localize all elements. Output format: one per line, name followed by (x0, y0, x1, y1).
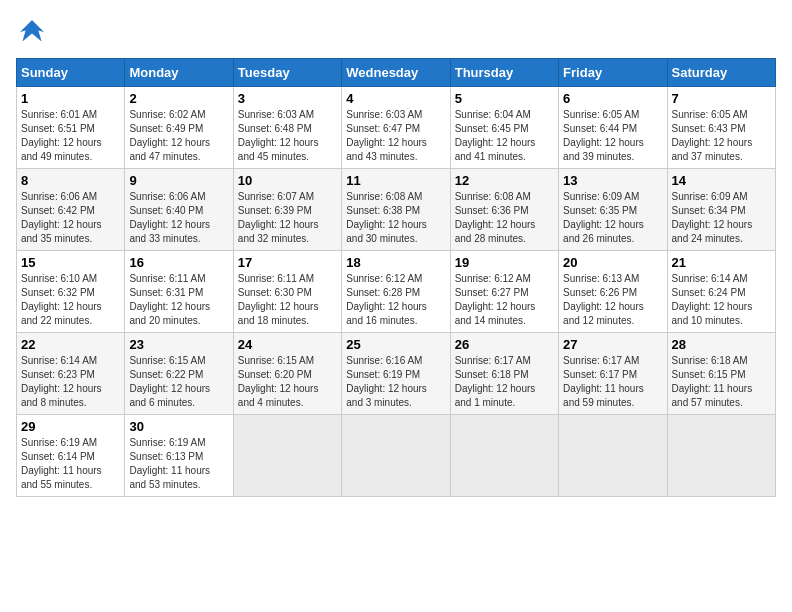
day-info: Sunrise: 6:08 AM Sunset: 6:38 PM Dayligh… (346, 190, 445, 246)
day-number: 12 (455, 173, 554, 188)
day-number: 13 (563, 173, 662, 188)
day-number: 22 (21, 337, 120, 352)
day-number: 27 (563, 337, 662, 352)
day-number: 30 (129, 419, 228, 434)
calendar-cell: 24 Sunrise: 6:15 AM Sunset: 6:20 PM Dayl… (233, 333, 341, 415)
day-number: 19 (455, 255, 554, 270)
day-info: Sunrise: 6:19 AM Sunset: 6:13 PM Dayligh… (129, 436, 228, 492)
calendar-cell (667, 415, 775, 497)
calendar-cell: 25 Sunrise: 6:16 AM Sunset: 6:19 PM Dayl… (342, 333, 450, 415)
day-number: 18 (346, 255, 445, 270)
calendar-cell: 6 Sunrise: 6:05 AM Sunset: 6:44 PM Dayli… (559, 87, 667, 169)
calendar-cell: 17 Sunrise: 6:11 AM Sunset: 6:30 PM Dayl… (233, 251, 341, 333)
calendar-cell (342, 415, 450, 497)
calendar-cell: 7 Sunrise: 6:05 AM Sunset: 6:43 PM Dayli… (667, 87, 775, 169)
calendar-cell: 30 Sunrise: 6:19 AM Sunset: 6:13 PM Dayl… (125, 415, 233, 497)
calendar-cell: 21 Sunrise: 6:14 AM Sunset: 6:24 PM Dayl… (667, 251, 775, 333)
calendar-cell: 26 Sunrise: 6:17 AM Sunset: 6:18 PM Dayl… (450, 333, 558, 415)
col-header-friday: Friday (559, 59, 667, 87)
day-info: Sunrise: 6:01 AM Sunset: 6:51 PM Dayligh… (21, 108, 120, 164)
day-number: 8 (21, 173, 120, 188)
day-info: Sunrise: 6:05 AM Sunset: 6:44 PM Dayligh… (563, 108, 662, 164)
calendar-cell: 14 Sunrise: 6:09 AM Sunset: 6:34 PM Dayl… (667, 169, 775, 251)
day-number: 15 (21, 255, 120, 270)
calendar-cell: 13 Sunrise: 6:09 AM Sunset: 6:35 PM Dayl… (559, 169, 667, 251)
col-header-saturday: Saturday (667, 59, 775, 87)
day-info: Sunrise: 6:05 AM Sunset: 6:43 PM Dayligh… (672, 108, 771, 164)
day-number: 21 (672, 255, 771, 270)
day-info: Sunrise: 6:12 AM Sunset: 6:27 PM Dayligh… (455, 272, 554, 328)
day-number: 28 (672, 337, 771, 352)
calendar-cell: 29 Sunrise: 6:19 AM Sunset: 6:14 PM Dayl… (17, 415, 125, 497)
day-number: 20 (563, 255, 662, 270)
day-info: Sunrise: 6:18 AM Sunset: 6:15 PM Dayligh… (672, 354, 771, 410)
day-number: 25 (346, 337, 445, 352)
day-info: Sunrise: 6:12 AM Sunset: 6:28 PM Dayligh… (346, 272, 445, 328)
col-header-sunday: Sunday (17, 59, 125, 87)
day-number: 5 (455, 91, 554, 106)
day-info: Sunrise: 6:11 AM Sunset: 6:30 PM Dayligh… (238, 272, 337, 328)
day-number: 7 (672, 91, 771, 106)
day-info: Sunrise: 6:14 AM Sunset: 6:24 PM Dayligh… (672, 272, 771, 328)
calendar-cell: 8 Sunrise: 6:06 AM Sunset: 6:42 PM Dayli… (17, 169, 125, 251)
day-info: Sunrise: 6:09 AM Sunset: 6:34 PM Dayligh… (672, 190, 771, 246)
calendar-cell: 22 Sunrise: 6:14 AM Sunset: 6:23 PM Dayl… (17, 333, 125, 415)
calendar-cell (450, 415, 558, 497)
header (16, 16, 776, 48)
svg-marker-0 (20, 20, 44, 42)
calendar-cell: 27 Sunrise: 6:17 AM Sunset: 6:17 PM Dayl… (559, 333, 667, 415)
calendar-cell: 20 Sunrise: 6:13 AM Sunset: 6:26 PM Dayl… (559, 251, 667, 333)
calendar-cell: 19 Sunrise: 6:12 AM Sunset: 6:27 PM Dayl… (450, 251, 558, 333)
day-info: Sunrise: 6:04 AM Sunset: 6:45 PM Dayligh… (455, 108, 554, 164)
day-number: 9 (129, 173, 228, 188)
calendar-cell: 18 Sunrise: 6:12 AM Sunset: 6:28 PM Dayl… (342, 251, 450, 333)
calendar-cell: 28 Sunrise: 6:18 AM Sunset: 6:15 PM Dayl… (667, 333, 775, 415)
day-number: 16 (129, 255, 228, 270)
calendar-table: SundayMondayTuesdayWednesdayThursdayFrid… (16, 58, 776, 497)
calendar-cell: 11 Sunrise: 6:08 AM Sunset: 6:38 PM Dayl… (342, 169, 450, 251)
calendar-cell: 2 Sunrise: 6:02 AM Sunset: 6:49 PM Dayli… (125, 87, 233, 169)
day-number: 2 (129, 91, 228, 106)
calendar-cell (559, 415, 667, 497)
day-info: Sunrise: 6:19 AM Sunset: 6:14 PM Dayligh… (21, 436, 120, 492)
day-info: Sunrise: 6:06 AM Sunset: 6:42 PM Dayligh… (21, 190, 120, 246)
day-number: 29 (21, 419, 120, 434)
day-info: Sunrise: 6:02 AM Sunset: 6:49 PM Dayligh… (129, 108, 228, 164)
day-info: Sunrise: 6:08 AM Sunset: 6:36 PM Dayligh… (455, 190, 554, 246)
day-info: Sunrise: 6:06 AM Sunset: 6:40 PM Dayligh… (129, 190, 228, 246)
day-info: Sunrise: 6:17 AM Sunset: 6:18 PM Dayligh… (455, 354, 554, 410)
calendar-cell: 12 Sunrise: 6:08 AM Sunset: 6:36 PM Dayl… (450, 169, 558, 251)
day-info: Sunrise: 6:13 AM Sunset: 6:26 PM Dayligh… (563, 272, 662, 328)
calendar-cell: 10 Sunrise: 6:07 AM Sunset: 6:39 PM Dayl… (233, 169, 341, 251)
col-header-thursday: Thursday (450, 59, 558, 87)
day-info: Sunrise: 6:11 AM Sunset: 6:31 PM Dayligh… (129, 272, 228, 328)
day-number: 14 (672, 173, 771, 188)
calendar-cell: 16 Sunrise: 6:11 AM Sunset: 6:31 PM Dayl… (125, 251, 233, 333)
day-number: 24 (238, 337, 337, 352)
logo-icon (16, 16, 48, 48)
day-number: 3 (238, 91, 337, 106)
calendar-cell (233, 415, 341, 497)
day-info: Sunrise: 6:03 AM Sunset: 6:48 PM Dayligh… (238, 108, 337, 164)
day-info: Sunrise: 6:16 AM Sunset: 6:19 PM Dayligh… (346, 354, 445, 410)
logo (16, 16, 52, 48)
day-number: 17 (238, 255, 337, 270)
day-info: Sunrise: 6:14 AM Sunset: 6:23 PM Dayligh… (21, 354, 120, 410)
day-number: 4 (346, 91, 445, 106)
day-number: 10 (238, 173, 337, 188)
calendar-cell: 5 Sunrise: 6:04 AM Sunset: 6:45 PM Dayli… (450, 87, 558, 169)
day-number: 1 (21, 91, 120, 106)
col-header-tuesday: Tuesday (233, 59, 341, 87)
day-number: 23 (129, 337, 228, 352)
day-number: 6 (563, 91, 662, 106)
day-info: Sunrise: 6:17 AM Sunset: 6:17 PM Dayligh… (563, 354, 662, 410)
day-info: Sunrise: 6:03 AM Sunset: 6:47 PM Dayligh… (346, 108, 445, 164)
day-info: Sunrise: 6:07 AM Sunset: 6:39 PM Dayligh… (238, 190, 337, 246)
day-number: 11 (346, 173, 445, 188)
day-number: 26 (455, 337, 554, 352)
calendar-cell: 15 Sunrise: 6:10 AM Sunset: 6:32 PM Dayl… (17, 251, 125, 333)
day-info: Sunrise: 6:09 AM Sunset: 6:35 PM Dayligh… (563, 190, 662, 246)
col-header-monday: Monday (125, 59, 233, 87)
col-header-wednesday: Wednesday (342, 59, 450, 87)
calendar-cell: 1 Sunrise: 6:01 AM Sunset: 6:51 PM Dayli… (17, 87, 125, 169)
